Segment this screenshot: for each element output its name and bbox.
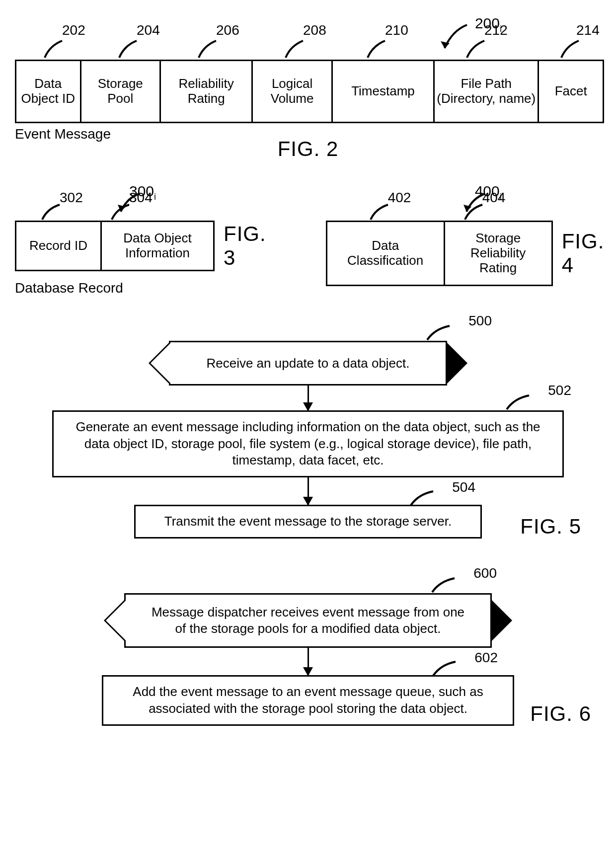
cell-402: Data Classification [327,222,445,285]
fig2: 200i 202 204 206 208 210 212 214 Data Ob… [15,60,601,161]
step-502-text: Generate an event message including info… [76,419,540,468]
fig4-table: Data Classification Storage Reliability … [326,221,553,286]
fig6-title: FIG. 6 [530,702,591,726]
label-210: 210 [385,22,408,38]
fig5-title: FIG. 5 [520,515,581,539]
fig5: Receive an update to a data object. 500 … [15,341,601,539]
label-212: 212 [484,22,508,38]
step-500-text: Receive an update to a data object. [206,355,409,372]
fig3-caption: Database Record [15,280,266,296]
step-504-text: Transmit the event message to the storag… [164,514,452,529]
cell-212: File Path (Directory, name) [435,61,539,122]
step-600-text: Message dispatcher receives event messag… [151,604,465,636]
fig6: Message dispatcher receives event messag… [15,593,601,726]
label-602: 602 [474,649,498,667]
label-214: 214 [576,22,600,38]
fig3-leaders [15,201,194,221]
leader-504 [406,488,446,506]
fig2-leaders [15,36,601,60]
label-302: 302 [60,190,83,206]
fig3-table: Record ID Data Object Information [15,221,215,271]
cell-210: Timestamp [333,61,435,122]
leader-500 [422,322,462,341]
label-502: 502 [548,383,571,398]
fig34-area: 300i 302 304 Record ID Data Object Infor… [15,221,601,296]
label-304: 304 [129,190,153,206]
label-402: 402 [388,190,411,206]
label-500: 500 [468,313,492,329]
cell-302: Record ID [16,222,102,270]
fig2-row: Data Object ID Storage Pool Reliability … [15,60,604,123]
cell-202: Data Object ID [16,61,81,122]
label-504: 504 [452,478,475,496]
fig3-title: FIG. 3 [224,222,266,270]
step-500: Receive an update to a data object. [169,341,447,386]
fig3: 300i 302 304 Record ID Data Object Infor… [15,221,266,296]
fig4-title: FIG. 4 [562,230,605,277]
label-204: 204 [137,22,160,38]
leader-602 [428,659,468,677]
cell-214: Facet [539,61,603,122]
cell-208: Logical Volume [253,61,332,122]
cell-204: Storage Pool [81,61,161,122]
label-206: 206 [216,22,239,38]
leader-600 [427,574,467,593]
ref-300-sub: i [154,192,156,202]
step-502: Generate an event message including info… [52,410,564,477]
label-202: 202 [62,22,85,38]
step-504: Transmit the event message to the storag… [134,505,482,539]
cell-304: Data Object Information [102,222,213,270]
cell-404: Storage Reliability Rating [445,222,551,285]
label-404: 404 [482,190,506,206]
label-600: 600 [473,565,497,581]
label-208: 208 [303,22,326,38]
step-602: Add the event message to an event messag… [102,675,514,726]
cell-206: Reliability Rating [161,61,253,122]
step-602-text: Add the event message to an event messag… [133,684,483,716]
step-600: Message dispatcher receives event messag… [124,593,492,648]
fig4: 400i 402 404 Data Classification Storage… [326,221,605,286]
leader-502 [502,392,541,410]
